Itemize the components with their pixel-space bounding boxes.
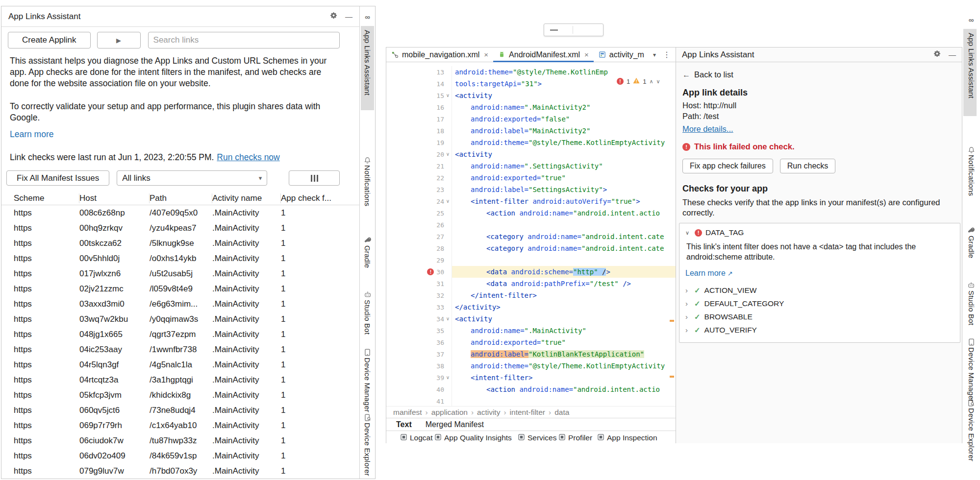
code-line[interactable]: 35android:name=".MainActivity" [386, 325, 676, 336]
tool-window-button-profiler[interactable]: Profiler [559, 433, 592, 442]
close-icon[interactable]: × [484, 50, 488, 59]
tool-strip-tab-app-links-assistant[interactable]: App Links Assistant [363, 30, 372, 96]
code-line[interactable]: 23android:label="SettingsActivity"> [386, 184, 676, 195]
tool-strip-tab-studio-bot[interactable]: Studio Bot [967, 290, 976, 325]
table-row[interactable]: https04r5lqn3gf/4g5nalc1la.MainActivity1 [1, 357, 359, 372]
editor-tab-activity-m[interactable]: activity_m [594, 48, 649, 62]
passed-check-row-browsable[interactable]: ›✓BROWSABLE [685, 310, 954, 323]
code-line[interactable]: 37android:label="KotlinBlankTestApplicat… [386, 348, 676, 360]
inspections-widget[interactable]: ! 1 1 ∧ ∨ [617, 76, 660, 87]
run-button[interactable]: ▶ [97, 32, 141, 48]
tool-window-button-app-quality-insights[interactable]: App Quality Insights [435, 433, 512, 442]
code-line[interactable]: !30<data android:scheme="http" /> [386, 266, 676, 278]
next-issue-icon[interactable]: ∨ [656, 78, 660, 85]
tool-strip-tab-device-manager[interactable]: Device Manager [967, 347, 976, 402]
breadcrumb-item-manifest[interactable]: manifest [393, 408, 422, 417]
code-line[interactable]: 36android:exported="true" [386, 336, 676, 348]
code-line[interactable]: 17android:exported="false" [386, 113, 676, 125]
run-checks-now-link[interactable]: Run checks now [217, 152, 279, 162]
table-row[interactable]: https03wq7w2kbu/y0qqimaw3s.MainActivity1 [1, 312, 359, 327]
code-line[interactable]: 26 [386, 219, 676, 231]
code-line[interactable]: 18android:label="MainActivity2" [386, 125, 676, 137]
bottom-tab-merged-manifest[interactable]: Merged Manifest [426, 420, 484, 429]
code-line[interactable]: 33</activity> [386, 301, 676, 313]
column-header-scheme[interactable]: Scheme [14, 193, 79, 203]
table-row[interactable]: https02jv21zzmc/l059v8t4e9.MainActivity1 [1, 281, 359, 296]
code-line[interactable]: 31<data android:pathPrefix="/test" /> [386, 278, 676, 289]
passed-check-row-default-category[interactable]: ›✓DEFAULT_CATEGORY [685, 297, 954, 310]
links-filter-dropdown[interactable]: All links ▾ [117, 170, 267, 186]
fix-all-manifest-issues-button[interactable]: Fix All Manifest Issues [6, 170, 109, 186]
minimize-icon[interactable]: — [345, 12, 352, 21]
scrollbar-warning-mark[interactable] [670, 376, 674, 378]
code-line[interactable]: 25<action android:name="android.intent.a… [386, 207, 676, 219]
failed-check-row[interactable]: ∨ ! DATA_TAG [685, 228, 954, 237]
code-line[interactable]: 29 [386, 254, 676, 266]
table-row[interactable]: https04rtcqtz3a/3a1hgptqgi.MainActivity1 [1, 372, 359, 387]
tool-strip-tab-device-explorer[interactable]: Device Explorer [967, 408, 976, 461]
tab-list-chevron-icon[interactable]: ▾ [653, 51, 656, 58]
code-line[interactable]: 16android:name=".MainActivity2" [386, 101, 676, 113]
tool-strip-tab-notifications[interactable]: Notifications [967, 155, 976, 196]
passed-check-row-auto-verify[interactable]: ›✓AUTO_VERIFY [685, 323, 954, 336]
table-row[interactable]: https04ic253aay/1wwnfbr738.MainActivity1 [1, 342, 359, 357]
code-line[interactable]: 39∨<intent-filter> [386, 372, 676, 384]
code-line[interactable]: 28<category android:name="android.intent… [386, 242, 676, 254]
code-line[interactable]: 20∨<activity [386, 148, 676, 160]
column-header-path[interactable]: Path [150, 193, 212, 203]
check-learn-more-link[interactable]: Learn more [685, 269, 726, 278]
tool-strip-tab-studio-bot[interactable]: Studio Bot [363, 300, 372, 335]
code-line[interactable]: 19android:theme="@style/Theme.KotlinEmpt… [386, 137, 676, 148]
table-row[interactable]: https008c6z68np/407e09q5x0.MainActivity1 [1, 205, 359, 220]
code-line[interactable]: 34∨<activity [386, 313, 676, 325]
tool-strip-tab-gradle[interactable]: Gradle [967, 236, 976, 258]
table-row[interactable]: https00tskcza62/5lknugk9se.MainActivity1 [1, 236, 359, 251]
passed-check-row-action-view[interactable]: ›✓ACTION_VIEW [685, 284, 954, 297]
code-line[interactable]: 40<action android:name="android.intent.a… [386, 384, 676, 395]
back-to-list-link[interactable]: ← Back to list [682, 70, 955, 79]
tool-window-button-app-inspection[interactable]: App Inspection [598, 433, 657, 442]
breadcrumb-item-application[interactable]: application [431, 408, 468, 417]
tab-options-kebab-icon[interactable]: ⋮ [663, 50, 671, 59]
tool-window-button-logcat[interactable]: Logcat [401, 433, 433, 442]
code-editor[interactable]: ! 1 1 ∧ ∨ 13android:theme="@style/Theme.… [386, 62, 676, 406]
tool-strip-tab-device-manager[interactable]: Device Manager [363, 358, 372, 412]
code-line[interactable]: 21android:name=".SettingsActivity" [386, 160, 676, 172]
table-row[interactable]: https00v5hhld0j/o0xhs14ykb.MainActivity1 [1, 251, 359, 266]
tool-strip-tab-gradle[interactable]: Gradle [363, 245, 372, 268]
search-links-input[interactable] [148, 32, 340, 48]
fix-app-check-failures-button[interactable]: Fix app check failures [682, 159, 773, 173]
columns-button[interactable] [289, 170, 340, 186]
table-row[interactable]: https048jg1x665/qgrt37ezpm.MainActivity1 [1, 327, 359, 342]
code-line[interactable]: 41 [386, 395, 676, 406]
column-header-host[interactable]: Host [79, 193, 150, 203]
learn-more-link[interactable]: Learn more [10, 129, 54, 140]
tool-window-button-services[interactable]: Services [518, 433, 556, 442]
create-applink-button[interactable]: Create Applink [8, 32, 91, 48]
table-row[interactable]: https06dv02o409/84k659v1sp.MainActivity1 [1, 448, 359, 463]
code-line[interactable]: 24∨<intent-filter android:autoVerify="tr… [386, 195, 676, 207]
table-row[interactable]: https06ciudok7w/tu87hwp33z.MainActivity1 [1, 433, 359, 448]
code-line[interactable]: 27<category android:name="android.intent… [386, 231, 676, 242]
code-line[interactable]: 15∨<activity [386, 90, 676, 101]
table-row[interactable]: https00hq9zrkqv/yzu4kpeas7.MainActivity1 [1, 220, 359, 236]
tool-strip-tab-notifications[interactable]: Notifications [363, 165, 372, 206]
table-row[interactable]: https060qv5jct6/73ne8udqj4.MainActivity1 [1, 403, 359, 418]
minimize-icon[interactable]: — [949, 50, 956, 59]
bottom-tab-text[interactable]: Text [396, 420, 412, 429]
tool-strip-tab-device-explorer[interactable]: Device Explorer [363, 423, 372, 476]
breadcrumb-item-intent-filter[interactable]: intent-filter [510, 408, 545, 417]
tool-strip-tab-app-links-assistant[interactable]: App Links Assistant [967, 33, 976, 98]
previous-issue-icon[interactable]: ∧ [649, 78, 653, 85]
table-row[interactable]: https05kfcp3jvm/khidckix8g.MainActivity1 [1, 387, 359, 403]
breadcrumb-item-data[interactable]: data [554, 408, 569, 417]
scrollbar-warning-mark[interactable] [670, 320, 674, 322]
editor-tab-androidmanifest-xml[interactable]: AndroidManifest.xml× [493, 48, 594, 62]
table-row[interactable]: https079g9luv7w/h7bd07ox3y.MainActivity1 [1, 463, 359, 479]
settings-gear-icon[interactable] [330, 12, 337, 22]
editor-tab-mobile-navigation-xml[interactable]: mobile_navigation.xml× [386, 48, 493, 62]
close-icon[interactable]: × [584, 50, 589, 59]
more-details-link[interactable]: More details... [682, 124, 733, 134]
breadcrumb-item-activity[interactable]: activity [477, 408, 500, 417]
table-row[interactable]: https069p7r79rh/c1x64yab10.MainActivity1 [1, 418, 359, 433]
